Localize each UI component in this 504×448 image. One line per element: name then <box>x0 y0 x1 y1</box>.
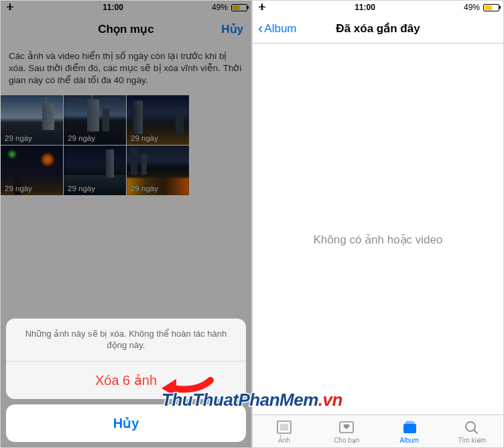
action-sheet: Những ảnh này sẽ bị xóa. Không thể hoàn … <box>6 319 246 442</box>
airplane-icon <box>257 3 266 13</box>
nav-title: Đã xóa gần đây <box>336 21 420 36</box>
tab-search[interactable]: Tìm kiếm <box>452 419 492 444</box>
svg-rect-4 <box>405 422 415 423</box>
foryou-icon <box>338 419 355 435</box>
svg-rect-3 <box>403 424 416 433</box>
battery-icon <box>483 4 499 11</box>
back-button[interactable]: ‹ Album <box>258 21 297 36</box>
empty-state-text: Không có ảnh hoặc video <box>253 233 503 247</box>
tab-foryou[interactable]: Cho bạn <box>326 419 367 444</box>
sheet-message: Những ảnh này sẽ bị xóa. Không thể hoàn … <box>6 319 246 361</box>
tab-photos[interactable]: Ảnh <box>264 419 304 444</box>
svg-line-7 <box>475 430 478 433</box>
battery-percent: 49% <box>464 3 480 12</box>
clock: 11:00 <box>355 3 375 12</box>
svg-rect-5 <box>406 421 414 422</box>
tab-bar: Ảnh Cho bạn Album Tìm kiếm <box>253 414 503 447</box>
search-icon <box>463 419 481 435</box>
chevron-left-icon: ‹ <box>258 21 263 36</box>
svg-rect-1 <box>280 424 288 431</box>
status-bar: 11:00 49% <box>253 1 503 14</box>
watermark: ThuThuatPhanMem.vn <box>162 390 342 410</box>
tab-albums[interactable]: Album <box>389 419 430 444</box>
nav-bar: ‹ Album Đã xóa gần đây <box>253 14 503 44</box>
photos-icon <box>275 419 293 435</box>
right-screen: 11:00 49% ‹ Album Đã xóa gần đây Không c… <box>252 0 504 448</box>
albums-icon <box>401 419 418 435</box>
left-screen: 11:00 49% Chọn mục Hủy Các ảnh và video … <box>0 0 252 448</box>
